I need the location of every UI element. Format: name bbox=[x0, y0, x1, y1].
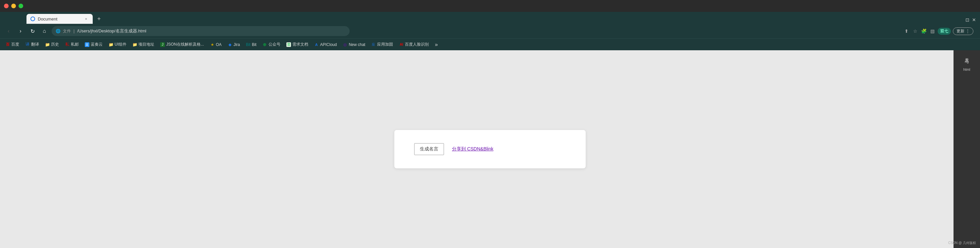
titlebar bbox=[0, 0, 980, 12]
bookmark-new-chat[interactable]: ◎ New chat bbox=[340, 41, 368, 48]
bookmark-translate[interactable]: 译 翻译 bbox=[22, 40, 42, 49]
reload-button[interactable]: ↻ bbox=[28, 27, 37, 36]
ui-folder-icon: 📁 bbox=[108, 42, 113, 47]
jira-icon: ◆ bbox=[228, 42, 232, 47]
share-csdn-link[interactable]: 分享到 CSDN&Blink bbox=[452, 146, 493, 152]
active-tab[interactable]: Document × bbox=[27, 14, 93, 24]
address-box[interactable]: 🌐 文件 | /Users/jhxl/Desktop/名言生成器.html bbox=[52, 26, 350, 36]
tab-favicon bbox=[30, 17, 35, 21]
home-button[interactable]: ⌂ bbox=[40, 27, 49, 36]
traffic-lights bbox=[4, 4, 23, 8]
url-prefix: 文件 bbox=[63, 28, 71, 34]
bookmark-label: 公众号 bbox=[269, 42, 280, 47]
app-hardening-icon: 应 bbox=[371, 42, 376, 47]
bookmark-label: 历史 bbox=[51, 42, 59, 47]
bookmark-label: 需求文档 bbox=[292, 42, 308, 47]
address-right-icons: ⬆ ☆ 🧩 ▧ 双七 更新 ⋮ bbox=[903, 27, 976, 35]
url-separator: | bbox=[73, 29, 75, 33]
bookmark-oa[interactable]: ★ OA bbox=[207, 41, 224, 48]
bookmark-baidu[interactable]: 百 百度 bbox=[3, 40, 22, 49]
bookmark-public-account[interactable]: ⊕ 公众号 bbox=[260, 40, 283, 49]
bookmark-label: OA bbox=[216, 42, 221, 47]
bookmark-json-parser[interactable]: J JSON在线解析及格... bbox=[158, 40, 207, 49]
private-mail-icon: 私 bbox=[65, 42, 70, 47]
requirements-icon: 需 bbox=[286, 42, 291, 47]
watermark: CSDN @ 几何版权 bbox=[948, 241, 976, 245]
baidu-icon: 百 bbox=[5, 42, 10, 47]
bookmark-history[interactable]: 📁 历史 bbox=[42, 40, 62, 49]
bookmark-label: Bit bbox=[252, 42, 256, 47]
bookmark-label: APICloud bbox=[320, 42, 337, 47]
tab-right-controls: ⊡ ✕ bbox=[966, 17, 980, 24]
maximize-window-button[interactable] bbox=[19, 4, 23, 8]
tab-close-button[interactable]: × bbox=[83, 16, 89, 22]
generate-quote-button[interactable]: 生成名言 bbox=[414, 143, 444, 155]
bookmark-apicloud[interactable]: A APICloud bbox=[312, 41, 340, 48]
oa-star-icon: ★ bbox=[210, 42, 215, 47]
sidebar-icon[interactable]: ▧ bbox=[929, 28, 935, 35]
new-tab-button[interactable]: + bbox=[94, 14, 104, 24]
bookmarks-bar: 百 百度 译 翻译 📁 历史 私 私邮 蓝 蓝奏云 📁 UI组件 📁 项目地址 … bbox=[0, 38, 980, 50]
bookmark-bit[interactable]: Bit Bit bbox=[243, 41, 259, 48]
translate-icon: 译 bbox=[25, 42, 30, 47]
bookmark-jira[interactable]: ◆ Jira bbox=[225, 41, 242, 48]
ai-icon: AI bbox=[399, 42, 404, 47]
bookmark-label: 蓝奏云 bbox=[91, 42, 103, 47]
lanzou-icon: 蓝 bbox=[85, 42, 89, 47]
extension-puzzle-icon[interactable]: 🧩 bbox=[920, 28, 927, 35]
bookmark-label: 应用加固 bbox=[377, 42, 393, 47]
json-icon: J bbox=[160, 42, 165, 47]
new-chat-icon: ◎ bbox=[343, 42, 347, 47]
apicloud-icon: A bbox=[314, 42, 319, 47]
bookmark-label: 私邮 bbox=[71, 42, 79, 47]
update-button[interactable]: 更新 ⋮ bbox=[953, 27, 974, 35]
secure-lock-icon: 🌐 bbox=[56, 29, 60, 33]
tabbar: Document × + ⊡ ✕ bbox=[0, 12, 980, 24]
bookmark-label: Jira bbox=[234, 42, 240, 47]
tab-title: Document bbox=[38, 17, 57, 22]
bookmark-label: 百度人脸识别 bbox=[405, 42, 429, 47]
bookmark-requirements[interactable]: 需 需求文档 bbox=[284, 40, 311, 49]
bookmark-label: 项目地址 bbox=[138, 42, 154, 47]
history-folder-icon: 📁 bbox=[45, 42, 50, 47]
bookmark-icon[interactable]: ☆ bbox=[912, 28, 918, 35]
forward-button[interactable]: › bbox=[16, 27, 25, 36]
wechat-icon: ⊕ bbox=[262, 42, 267, 47]
more-bookmarks-button[interactable]: » bbox=[432, 40, 440, 49]
close-window-button[interactable] bbox=[4, 4, 9, 8]
page-content: 生成名言 分享到 CSDN&Blink 开发 ng html CSDN @ 几何… bbox=[0, 50, 980, 248]
update-label: 更新 bbox=[956, 28, 964, 34]
bookmark-label: UI组件 bbox=[115, 42, 126, 47]
bit-icon: Bit bbox=[246, 42, 251, 47]
bookmark-lanzou[interactable]: 蓝 蓝奏云 bbox=[82, 40, 105, 49]
main-card: 生成名言 分享到 CSDN&Blink bbox=[394, 130, 586, 169]
minimize-window-button[interactable] bbox=[11, 4, 16, 8]
dev-panel-tab2: ng bbox=[965, 60, 969, 63]
close-all-button[interactable]: ✕ bbox=[972, 17, 976, 22]
profile-badge[interactable]: 双七 bbox=[938, 28, 951, 35]
bookmark-project-url[interactable]: 📁 项目地址 bbox=[130, 40, 157, 49]
share-icon[interactable]: ⬆ bbox=[903, 28, 910, 35]
bookmark-label: 翻译 bbox=[31, 42, 39, 47]
addressbar: ‹ › ↻ ⌂ 🌐 文件 | /Users/jhxl/Desktop/名言生成器… bbox=[0, 24, 980, 38]
right-dev-panel: 开发 ng html bbox=[953, 50, 980, 248]
project-folder-icon: 📁 bbox=[132, 42, 137, 47]
restore-window-icon[interactable]: ⊡ bbox=[966, 17, 969, 22]
back-button[interactable]: ‹ bbox=[4, 27, 13, 36]
bookmark-label: JSON在线解析及格... bbox=[166, 42, 204, 47]
url-display: /Users/jhxl/Desktop/名言生成器.html bbox=[77, 28, 346, 34]
dev-panel-tab3: html bbox=[963, 68, 970, 71]
bookmark-label: 百度 bbox=[11, 42, 19, 47]
bookmark-label: New chat bbox=[348, 42, 365, 47]
bookmark-private-mail[interactable]: 私 私邮 bbox=[62, 40, 81, 49]
bookmark-face-recognition[interactable]: AI 百度人脸识别 bbox=[396, 40, 431, 49]
bookmark-ui-components[interactable]: 📁 UI组件 bbox=[106, 40, 129, 49]
more-bookmarks-icon: » bbox=[435, 42, 438, 47]
bookmark-app-hardening[interactable]: 应 应用加固 bbox=[369, 40, 396, 49]
update-chevron-icon: ⋮ bbox=[966, 29, 970, 33]
